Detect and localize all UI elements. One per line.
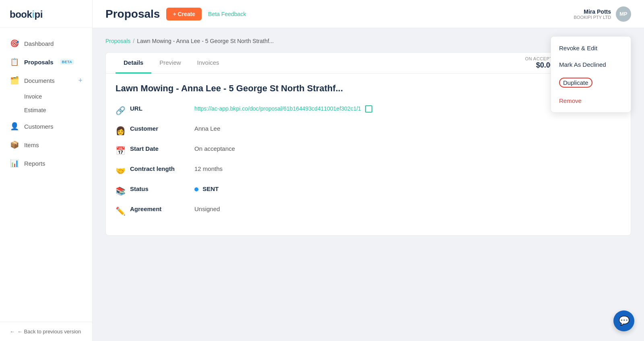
- agreement-label: Agreement: [130, 205, 194, 212]
- proposals-icon: 📋: [10, 58, 19, 66]
- app-header: Proposals + Create Beta Feedback Mira Po…: [93, 0, 644, 28]
- beta-badge: BETA: [60, 59, 74, 65]
- sidebar-item-label: Documents: [24, 77, 55, 84]
- contract-value: 12 months: [194, 165, 223, 172]
- create-button[interactable]: + Create: [166, 8, 202, 21]
- add-document-button[interactable]: +: [78, 76, 83, 85]
- sidebar-item-dashboard[interactable]: 🎯 Dashboard: [0, 34, 92, 53]
- sidebar-item-documents[interactable]: 🗂️ Documents +: [0, 71, 92, 90]
- sidebar-item-label: Items: [24, 142, 39, 148]
- logo-container: bookipi: [0, 0, 92, 28]
- tab-details[interactable]: Details: [116, 53, 151, 74]
- customers-icon: 👤: [10, 122, 19, 131]
- url-icon: 🔗: [116, 105, 130, 115]
- sidebar-item-label: Invoice: [24, 93, 42, 100]
- user-name: Mira Potts: [574, 8, 611, 15]
- detail-row-status: 📚 Status SENT: [116, 185, 621, 196]
- sidebar-nav: 🎯 Dashboard 📋 Proposals BETA 🗂️ Document…: [0, 28, 92, 322]
- mark-declined-button[interactable]: Mark As Declined: [551, 56, 631, 73]
- tabs-list: Details Preview Invoices: [116, 53, 227, 73]
- back-to-previous-button[interactable]: ← ← Back to previous version: [10, 329, 83, 335]
- sidebar-item-label: Estimate: [24, 107, 46, 113]
- items-icon: 📦: [10, 140, 19, 149]
- sidebar: bookipi 🎯 Dashboard 📋 Proposals BETA 🗂️ …: [0, 0, 93, 341]
- header-right: Mira Potts BOOKIPI PTY LTD MP: [574, 6, 631, 22]
- status-label: Status: [130, 185, 194, 192]
- chat-icon: 💬: [619, 316, 630, 326]
- detail-row-url: 🔗 URL https://ac-app.bkpi.co/doc/proposa…: [116, 105, 621, 115]
- url-link[interactable]: https://ac-app.bkpi.co/doc/proposal/61b1…: [194, 105, 361, 112]
- detail-row-contract-length: 🤝 Contract length 12 months: [116, 165, 621, 176]
- status-dot: [194, 187, 198, 191]
- remove-button[interactable]: Remove: [551, 92, 631, 109]
- copy-icon[interactable]: [365, 105, 372, 113]
- breadcrumb-separator: /: [133, 38, 134, 44]
- dashboard-icon: 🎯: [10, 39, 19, 48]
- duplicate-label: Duplicate: [559, 78, 592, 88]
- start-date-icon: 📅: [116, 145, 130, 156]
- page-title: Proposals: [105, 8, 160, 21]
- agreement-value: Unsigned: [194, 205, 220, 212]
- logo: bookipi: [10, 9, 43, 20]
- sidebar-item-items[interactable]: 📦 Items: [0, 136, 92, 154]
- detail-row-customer: 👩 Customer Anna Lee: [116, 125, 621, 136]
- tab-invoices[interactable]: Invoices: [189, 53, 227, 74]
- reports-icon: 📊: [10, 159, 19, 168]
- agreement-icon: ✏️: [116, 205, 130, 216]
- status-icon: 📚: [116, 185, 130, 196]
- start-date-value: On acceptance: [194, 145, 235, 152]
- sidebar-item-label: Reports: [24, 160, 45, 167]
- sidebar-item-invoice[interactable]: Invoice: [0, 90, 92, 103]
- customer-value: Anna Lee: [194, 125, 220, 132]
- url-label: URL: [130, 105, 194, 112]
- documents-icon: 🗂️: [10, 76, 19, 85]
- sidebar-item-label: Customers: [24, 123, 54, 130]
- customer-label: Customer: [130, 125, 194, 132]
- chat-button[interactable]: 💬: [613, 310, 634, 331]
- status-text: SENT: [202, 185, 219, 192]
- tab-preview[interactable]: Preview: [151, 53, 189, 74]
- start-date-label: Start Date: [130, 145, 194, 152]
- breadcrumb-current: Lawn Mowing - Anna Lee - 5 George St Nor…: [137, 38, 274, 44]
- sidebar-footer: ← ← Back to previous version: [0, 322, 92, 341]
- avatar: MP: [616, 6, 631, 22]
- detail-row-start-date: 📅 Start Date On acceptance: [116, 145, 621, 156]
- dropdown-menu: Revoke & Edit Mark As Declined Duplicate…: [551, 36, 631, 113]
- breadcrumb-parent[interactable]: Proposals: [105, 38, 130, 44]
- duplicate-button[interactable]: Duplicate: [551, 73, 631, 92]
- proposal-title: Lawn Mowing - Anna Lee - 5 George St Nor…: [116, 83, 621, 94]
- back-arrow-icon: ←: [10, 329, 15, 335]
- detail-row-agreement: ✏️ Agreement Unsigned: [116, 205, 621, 216]
- sidebar-item-label: Dashboard: [24, 40, 54, 47]
- sidebar-item-customers[interactable]: 👤 Customers: [0, 117, 92, 136]
- url-value: https://ac-app.bkpi.co/doc/proposal/61b1…: [194, 105, 372, 113]
- revoke-edit-button[interactable]: Revoke & Edit: [551, 40, 631, 56]
- sidebar-item-reports[interactable]: 📊 Reports: [0, 154, 92, 173]
- user-info: Mira Potts BOOKIPI PTY LTD: [574, 8, 611, 20]
- user-company: BOOKIPI PTY LTD: [574, 15, 611, 20]
- customer-icon: 👩: [116, 125, 130, 136]
- sidebar-item-proposals[interactable]: 📋 Proposals BETA: [0, 53, 92, 71]
- header-left: Proposals + Create Beta Feedback: [105, 8, 246, 21]
- back-label: ← Back to previous version: [17, 329, 81, 335]
- contract-label: Contract length: [130, 165, 194, 172]
- contract-icon: 🤝: [116, 165, 130, 176]
- sidebar-item-estimate[interactable]: Estimate: [0, 103, 92, 117]
- sidebar-item-label: Proposals: [24, 59, 54, 66]
- status-value: SENT: [194, 185, 219, 192]
- beta-feedback-link[interactable]: Beta Feedback: [208, 11, 246, 17]
